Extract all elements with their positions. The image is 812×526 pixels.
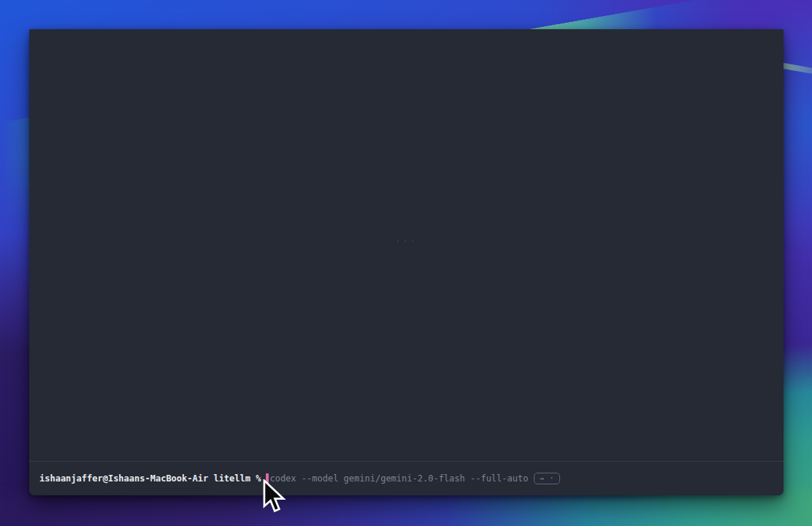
shell-prompt: ishaanjaffer@Ishaans-MacBook-Air litellm… (39, 473, 261, 484)
terminal-prompt-line[interactable]: ishaanjaffer@Ishaans-MacBook-Air litellm… (29, 462, 784, 495)
mouse-pointer-icon (263, 479, 286, 515)
terminal-scrollback: ··· (29, 29, 784, 461)
accept-suggestion-badge: → · (534, 473, 559, 484)
loading-ellipsis: ··· (395, 236, 418, 246)
terminal-window[interactable]: ··· ishaanjaffer@Ishaans-MacBook-Air lit… (29, 29, 784, 495)
autosuggestion-text: codex --model gemini/gemini-2.0-flash --… (269, 473, 528, 484)
desktop-wallpaper: ··· ishaanjaffer@Ishaans-MacBook-Air lit… (0, 0, 812, 526)
